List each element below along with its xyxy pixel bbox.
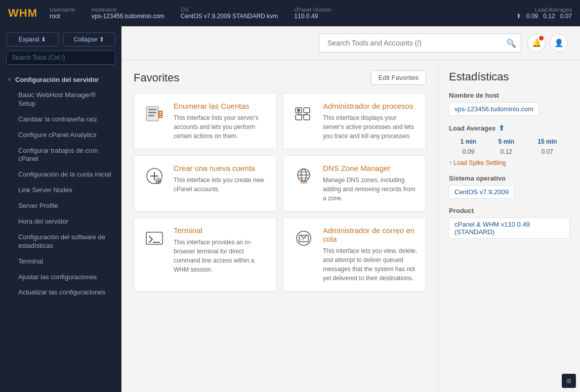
sidebar-item-cuota-inicial[interactable]: Configuración de la cuota inicial [0, 167, 121, 183]
stat-load-averages: Load Averages ⬆ 1 min 5 min 15 min 0.09 … [449, 124, 570, 166]
os-info: OS CentOS v7.9.2009 STANDARD kvm [181, 7, 278, 20]
fav-card-terminal[interactable]: Terminal This interface provides an in-b… [134, 217, 277, 291]
header-user-icons: 🔔 👤 [527, 34, 568, 52]
header-search-wrap: 🔍 [319, 33, 521, 53]
content-header: 🔍 🔔 👤 [121, 26, 580, 60]
svg-point-12 [297, 109, 300, 112]
top-bar: WHM Username root Hostname vps-123456.tu… [0, 0, 580, 26]
terminal-icon [142, 226, 167, 250]
edit-favorites-button[interactable]: Edit Favorites [371, 70, 426, 85]
svg-rect-5 [159, 112, 161, 113]
sidebar-buttons: Expand ⬇ Collapse ⬆ [0, 26, 121, 51]
admin-procesos-icon [292, 102, 316, 126]
sidebar-item-configure-cpanel-analytics[interactable]: Configure cPanel Analytics [0, 127, 121, 143]
fav-content-dns-zone: DNS Zone Manager Manage DNS zones, inclu… [323, 164, 418, 203]
stat-os: Sistema operativo CentOS v7.9.2009 [449, 175, 570, 199]
header-search-input[interactable] [319, 33, 521, 53]
sidebar-item-actualizar-configuraciones[interactable]: Actualizar las configuraciones [0, 285, 121, 300]
svg-rect-11 [304, 115, 310, 120]
fav-title-admin-procesos: Administrador de procesos [323, 102, 418, 110]
correo-cola-icon [292, 226, 316, 250]
search-button[interactable]: 🔍 [506, 38, 516, 48]
stat-hostname: Nombre de host vps-123456.tudominio.com [449, 92, 570, 116]
sidebar-item-link-server-nodes[interactable]: Link Server Nodes [0, 183, 121, 198]
svg-text:DNS: DNS [301, 181, 307, 184]
load-spike-note: Load Spike Settling [449, 159, 570, 166]
main-layout: Expand ⬇ Collapse ⬆ ▾ Configuración del … [0, 26, 580, 392]
favorites-title: Favorites [134, 71, 179, 84]
fav-desc-correo-cola: This interface lets you view, delete, an… [323, 246, 418, 283]
load-averages-topbar: Load Averages ⬆ 0.09 0.12 0.07 [516, 7, 572, 20]
nav-section-configuracion[interactable]: ▾ Configuración del servidor [0, 72, 121, 88]
username-info: Username root [50, 7, 75, 20]
fav-title-enumerar-cuentas: Enumerar las Cuentas [174, 102, 268, 110]
main-content: Favorites Edit Favorites [121, 60, 580, 392]
fav-desc-nueva-cuenta: This interface lets you create new cPane… [174, 176, 268, 194]
sidebar-item-cron-cpanel[interactable]: Configurar trabajos de cron cPanel [0, 143, 121, 167]
fav-desc-dns-zone: Manage DNS zones, including adding and r… [323, 176, 418, 203]
favorites-header: Favorites Edit Favorites [134, 70, 426, 85]
bottom-icon[interactable]: ⊞ [562, 374, 576, 388]
fav-content-admin-procesos: Administrador de procesos This interface… [323, 102, 418, 141]
svg-rect-1 [148, 109, 156, 110]
stats-panel: Estadísticas Nombre de host vps-123456.t… [438, 60, 580, 392]
sidebar-item-software-estadisticas[interactable]: Configuración del software de estadístic… [0, 230, 121, 254]
stat-product: Product cPanel & WHM v110.0.49 (STANDARD… [449, 207, 570, 239]
nueva-cuenta-icon [142, 164, 167, 188]
fav-content-nueva-cuenta: Crear una nueva cuenta This interface le… [174, 164, 268, 203]
fav-card-dns-zone[interactable]: DNS DNS Zone Manager Manage DNS zones, i… [283, 155, 426, 211]
svg-rect-3 [148, 115, 154, 116]
sidebar-item-basic-webhost[interactable]: Basic WebHost Manager® Setup [0, 88, 121, 112]
sidebar-search-wrap [6, 51, 115, 65]
notification-button[interactable]: 🔔 [527, 34, 546, 52]
top-bar-info: Username root Hostname vps-123456.tudomi… [50, 7, 516, 20]
sidebar-item-server-profile[interactable]: Server Profile [0, 198, 121, 214]
stats-title: Estadísticas [449, 70, 570, 83]
fav-title-dns-zone: DNS Zone Manager [323, 164, 418, 172]
notification-badge [539, 36, 544, 40]
svg-rect-7 [159, 116, 161, 117]
fav-desc-enumerar-cuentas: This interface lists your server's accou… [174, 113, 268, 141]
expand-button[interactable]: Expand ⬇ [6, 32, 59, 47]
fav-title-terminal: Terminal [174, 226, 268, 235]
load-spike-icon: ⬆ [499, 124, 505, 132]
fav-title-nueva-cuenta: Crear una nueva cuenta [174, 164, 268, 172]
logo: WHM [8, 7, 37, 20]
load-table: 1 min 5 min 15 min 0.09 0.12 0.07 [449, 136, 570, 157]
fav-content-terminal: Terminal This interface provides an in-b… [174, 226, 268, 283]
sidebar: Expand ⬇ Collapse ⬆ ▾ Configuración del … [0, 26, 121, 392]
fav-desc-terminal: This interface provides an in-browser te… [174, 238, 268, 274]
svg-rect-10 [296, 115, 302, 120]
fav-card-admin-procesos[interactable]: Administrador de procesos This interface… [283, 93, 426, 149]
sidebar-nav: ▾ Configuración del servidor Basic WebHo… [0, 70, 121, 392]
fav-content-enumerar-cuentas: Enumerar las Cuentas This interface list… [174, 102, 268, 141]
fav-card-nueva-cuenta[interactable]: Crear una nueva cuenta This interface le… [134, 155, 277, 211]
sidebar-item-cambiar-contrasena[interactable]: Cambiar la contraseña raíz [0, 112, 121, 127]
user-menu-button[interactable]: 👤 [550, 34, 568, 52]
svg-rect-2 [148, 112, 156, 113]
fav-desc-admin-procesos: This interface displays your server's ac… [323, 113, 418, 141]
collapse-button[interactable]: Collapse ⬆ [63, 32, 115, 47]
favorites-grid: Enumerar las Cuentas This interface list… [134, 93, 426, 291]
bottom-bar: ⊞ [562, 374, 576, 388]
content-area: 🔍 🔔 👤 Favorites Edit Favorites [121, 26, 580, 392]
hostname-info: Hostname vps-123456.tudominio.com [92, 7, 164, 20]
cpanel-version-info: cPanel Version 110.0.49 [294, 7, 331, 20]
fav-card-enumerar-cuentas[interactable]: Enumerar las Cuentas This interface list… [134, 93, 277, 149]
fav-title-correo-cola: Administrador de correo en cola [323, 226, 418, 243]
svg-rect-9 [304, 108, 310, 113]
fav-content-correo-cola: Administrador de correo en cola This int… [323, 226, 418, 283]
sidebar-item-terminal[interactable]: Terminal [0, 254, 121, 270]
dns-zone-icon: DNS [292, 164, 316, 188]
favorites-area: Favorites Edit Favorites [121, 60, 438, 392]
chevron-down-icon: ▾ [8, 76, 11, 83]
sidebar-item-ajustar-configuraciones[interactable]: Ajustar las configuraciones [0, 270, 121, 285]
sidebar-item-hora-servidor[interactable]: Hora del servidor [0, 214, 121, 230]
sidebar-search-input[interactable] [6, 51, 115, 65]
svg-rect-6 [159, 114, 161, 115]
fav-card-correo-cola[interactable]: Administrador de correo en cola This int… [283, 217, 426, 291]
enumerar-cuentas-icon [142, 102, 167, 126]
